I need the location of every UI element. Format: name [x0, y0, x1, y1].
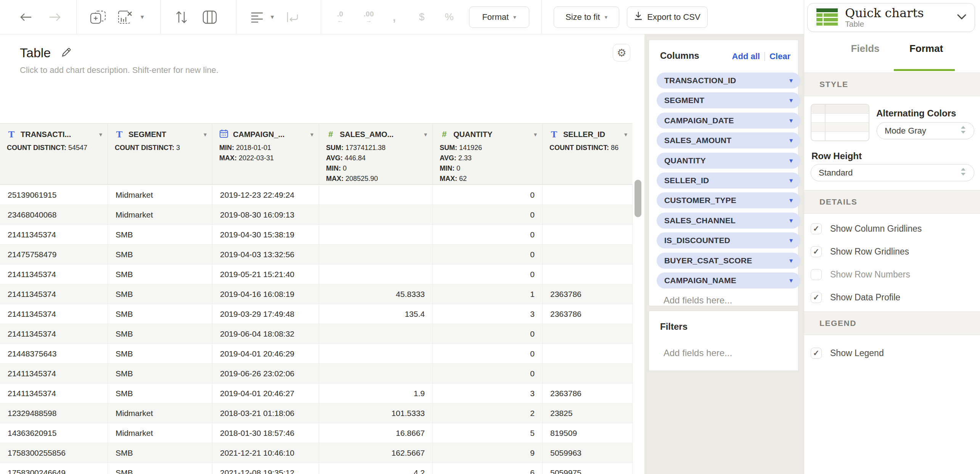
field-pill-campaign_date[interactable]: CAMPAIGN_DATE▾: [657, 113, 800, 129]
table-cell[interactable]: 2021-12-08 19:35:12: [212, 463, 319, 474]
chart-type-selector[interactable]: Quick charts Table: [807, 3, 975, 32]
table-cell[interactable]: 0: [433, 324, 543, 344]
table-cell[interactable]: 5: [433, 423, 543, 443]
table-cell[interactable]: 21411345374: [0, 304, 108, 324]
table-row[interactable]: 21411345374SMB2019-04-30 15:38:190: [0, 225, 633, 245]
edit-title-pencil-icon[interactable]: [61, 47, 72, 59]
table-cell[interactable]: [543, 324, 633, 344]
table-cell[interactable]: SMB: [108, 264, 212, 284]
table-row[interactable]: 23468040068Midmarket2019-08-30 16:09:130: [0, 205, 633, 225]
table-cell[interactable]: 9: [433, 443, 543, 463]
table-cell[interactable]: SMB: [108, 324, 212, 344]
table-cell[interactable]: SMB: [108, 284, 212, 304]
table-cell[interactable]: SMB: [108, 245, 212, 264]
table-cell[interactable]: 0: [433, 185, 543, 205]
table-cell[interactable]: [543, 264, 633, 284]
table-cell[interactable]: 2019-05-21 15:21:40: [212, 264, 319, 284]
table-cell[interactable]: [319, 324, 433, 344]
table-cell[interactable]: [543, 225, 633, 245]
table-cell[interactable]: 162.5667: [319, 443, 433, 463]
chevron-down-icon[interactable]: ▾: [789, 96, 793, 105]
alternating-colors-select[interactable]: Mode Gray: [877, 122, 974, 139]
align-caret-icon[interactable]: ▾: [267, 0, 278, 34]
field-pill-buyer_csat_score[interactable]: BUYER_CSAT_SCORE▾: [657, 253, 800, 269]
table-cell[interactable]: 2018-01-30 18:57:46: [212, 423, 319, 443]
table-row[interactable]: 14363620915Midmarket2018-01-30 18:57:461…: [0, 423, 633, 443]
table-cell[interactable]: 3: [433, 384, 543, 403]
chevron-down-icon[interactable]: ▾: [99, 131, 102, 138]
table-cell[interactable]: 2019-04-01 20:46:27: [212, 384, 319, 403]
chevron-down-icon[interactable]: ▾: [204, 131, 207, 138]
field-pill-campaign_name[interactable]: CAMPAIGN_NAME▾: [657, 272, 800, 289]
chevron-down-icon[interactable]: ▾: [789, 276, 793, 285]
checkbox-checked-icon[interactable]: ✓: [811, 348, 822, 359]
percent-format-icon[interactable]: %: [441, 0, 458, 34]
table-cell[interactable]: 5059975: [543, 463, 633, 474]
table-cell[interactable]: 21448375643: [0, 344, 108, 364]
table-cell[interactable]: [319, 185, 433, 205]
table-cell[interactable]: 819509: [543, 423, 633, 443]
vertical-scrollbar[interactable]: [635, 180, 641, 217]
table-cell[interactable]: 0: [433, 245, 543, 264]
table-cell[interactable]: 135.4: [319, 304, 433, 324]
table-cell[interactable]: [319, 245, 433, 264]
chevron-down-icon[interactable]: ▾: [789, 136, 793, 145]
table-cell[interactable]: 16.8667: [319, 423, 433, 443]
table-cell[interactable]: Midmarket: [108, 403, 212, 423]
size-to-fit-button[interactable]: Size to fit▾: [554, 6, 619, 28]
table-cell[interactable]: 2021-12-21 10:46:10: [212, 443, 319, 463]
chevron-down-icon[interactable]: ▾: [789, 216, 793, 225]
table-cell[interactable]: 2019-08-30 16:09:13: [212, 205, 319, 225]
table-cell[interactable]: [319, 364, 433, 384]
column-header-segment[interactable]: TSEGMENT▾COUNT DISTINCT: 3: [108, 124, 212, 185]
redo-forward-icon[interactable]: [47, 0, 63, 34]
chart-description-placeholder[interactable]: Click to add chart description. Shift-en…: [20, 65, 218, 75]
checkbox-checked-icon[interactable]: ✓: [811, 223, 822, 234]
checkbox-row-show-row-gridlines[interactable]: ✓Show Row Gridlines: [811, 246, 975, 257]
table-cell[interactable]: 2363786: [543, 304, 633, 324]
table-row[interactable]: 21411345374SMB2019-06-26 23:02:060: [0, 364, 633, 384]
table-cell[interactable]: 2019-06-04 18:08:32: [212, 324, 319, 344]
table-cell[interactable]: SMB: [108, 443, 212, 463]
chevron-down-icon[interactable]: ▾: [789, 156, 793, 165]
table-cell[interactable]: 45.8333: [319, 284, 433, 304]
table-cell[interactable]: 3: [433, 304, 543, 324]
table-cell[interactable]: 4.2: [319, 463, 433, 474]
table-cell[interactable]: SMB: [108, 225, 212, 245]
table-cell[interactable]: 2019-04-30 15:38:19: [212, 225, 319, 245]
settings-button[interactable]: ⚙: [613, 44, 630, 61]
column-header-sales_amount[interactable]: #SALES_AMO...▾SUM: 17374121.38AVG: 446.8…: [319, 124, 433, 185]
table-cell[interactable]: 2019-04-03 13:32:56: [212, 245, 319, 264]
table-row[interactable]: 1758300246649SMB2021-12-08 19:35:124.265…: [0, 463, 633, 474]
table-row[interactable]: 21411345374SMB2019-03-29 17:49:48135.432…: [0, 304, 633, 324]
table-cell[interactable]: 21411345374: [0, 284, 108, 304]
chevron-down-icon[interactable]: ▾: [534, 131, 537, 138]
chevron-down-icon[interactable]: ▾: [624, 131, 627, 138]
chevron-down-icon[interactable]: ▾: [789, 236, 793, 245]
comma-format-icon[interactable]: ,: [386, 0, 403, 34]
undo-back-icon[interactable]: [18, 0, 34, 34]
tab-fields[interactable]: Fields: [842, 43, 888, 55]
table-row[interactable]: 21411345374SMB2019-05-21 15:21:400: [0, 264, 633, 284]
text-wrap-icon[interactable]: [284, 0, 301, 34]
align-left-icon[interactable]: [249, 0, 265, 34]
table-cell[interactable]: 21411345374: [0, 324, 108, 344]
table-cell[interactable]: 2019-04-01 20:46:29: [212, 344, 319, 364]
table-cell[interactable]: 1: [433, 284, 543, 304]
chevron-down-icon[interactable]: ▾: [424, 131, 427, 138]
checkbox-row-show-row-numbers[interactable]: Show Row Numbers: [811, 269, 975, 280]
chevron-down-icon[interactable]: ▾: [789, 176, 793, 185]
table-cell[interactable]: [543, 245, 633, 264]
table-cell[interactable]: [543, 344, 633, 364]
table-cell[interactable]: 0: [433, 225, 543, 245]
table-row[interactable]: 21475758479SMB2019-04-03 13:32:560: [0, 245, 633, 264]
table-cell[interactable]: [543, 205, 633, 225]
chevron-down-icon[interactable]: ▾: [789, 256, 793, 265]
table-cell[interactable]: [319, 225, 433, 245]
increase-decimal-icon[interactable]: .00→: [358, 0, 380, 34]
table-cell[interactable]: [543, 185, 633, 205]
table-cell[interactable]: 14363620915: [0, 423, 108, 443]
field-pill-sales_amount[interactable]: SALES_AMOUNT▾: [657, 132, 800, 148]
row-height-select[interactable]: Standard: [811, 164, 974, 181]
table-cell[interactable]: 0: [433, 364, 543, 384]
